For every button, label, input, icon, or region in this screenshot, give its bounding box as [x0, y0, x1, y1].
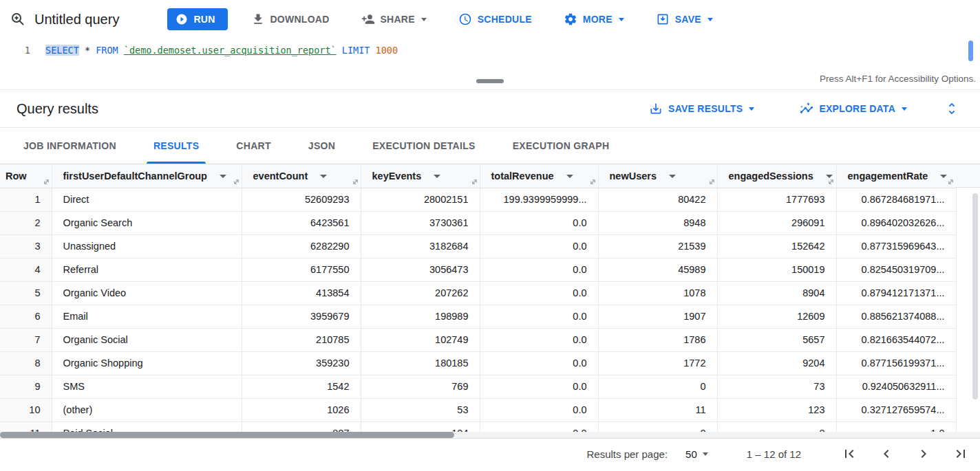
- table-cell: 1786: [598, 328, 717, 351]
- results-tab-bar: JOB INFORMATION RESULTS CHART JSON EXECU…: [0, 128, 980, 164]
- table-cell: Organic Search: [52, 211, 242, 234]
- table-cell: 3959679: [242, 305, 361, 328]
- save-icon: [656, 12, 670, 26]
- column-menu-icon[interactable]: [320, 175, 327, 178]
- results-table: Row firstUserDefaultChannelGroup eventCo…: [0, 164, 957, 438]
- sql-keyword-select: SELECT: [45, 45, 79, 56]
- column-header-newUsers[interactable]: newUsers: [598, 164, 717, 188]
- schedule-button[interactable]: SCHEDULE: [450, 7, 540, 32]
- panel-resize-strip: Press Alt+F1 for Accessibility Options.: [0, 72, 980, 90]
- tab-chart[interactable]: CHART: [229, 128, 278, 164]
- dropdown-arrow-icon: [749, 107, 754, 111]
- table-cell: 0.0: [480, 375, 598, 398]
- table-row: 7Organic Social2107851027490.0178656570.…: [0, 328, 956, 351]
- page-size-select[interactable]: 50: [685, 448, 708, 460]
- column-header-firstUserDefaultChannelGroup[interactable]: firstUserDefaultChannelGroup: [52, 164, 242, 188]
- column-menu-icon[interactable]: [220, 175, 226, 178]
- column-header-engagementRate[interactable]: engagementRate: [836, 164, 956, 188]
- table-cell: 1542: [242, 375, 361, 398]
- table-cell: 3730361: [361, 211, 480, 234]
- row-number-cell: 8: [0, 351, 52, 375]
- column-resize-icon[interactable]: [43, 178, 50, 186]
- download-button[interactable]: DOWNLOAD: [243, 7, 338, 32]
- next-page-button[interactable]: [915, 446, 932, 462]
- column-resize-icon[interactable]: [827, 178, 835, 186]
- dropdown-arrow-icon: [421, 18, 427, 21]
- save-alt-icon: [649, 102, 663, 116]
- column-resize-icon[interactable]: [589, 178, 597, 186]
- tab-job-information[interactable]: JOB INFORMATION: [17, 128, 123, 164]
- editor-scrollbar[interactable]: [968, 41, 973, 61]
- table-cell: 1777693: [717, 188, 836, 211]
- column-header-engagedSessions[interactable]: engagedSessions: [717, 164, 836, 188]
- table-cell: 1078: [598, 281, 717, 305]
- column-resize-icon[interactable]: [471, 178, 478, 186]
- run-button[interactable]: RUN: [167, 8, 227, 30]
- table-row: 6Email39596791989890.01907126090.8856213…: [0, 305, 956, 328]
- tab-json[interactable]: JSON: [301, 128, 342, 164]
- dropdown-arrow-icon: [902, 107, 907, 111]
- query-icon: [10, 11, 26, 28]
- column-header-keyEvents[interactable]: keyEvents: [361, 164, 480, 188]
- row-number-cell: 7: [0, 328, 52, 351]
- table-cell: 73: [717, 375, 836, 398]
- table-cell: SMS: [52, 375, 242, 398]
- tab-results[interactable]: RESULTS: [147, 128, 206, 164]
- table-cell: 0.877156199371...: [836, 351, 956, 375]
- table-row: 8Organic Shopping3592301801850.017729204…: [0, 351, 956, 375]
- column-menu-icon[interactable]: [669, 175, 676, 178]
- table-cell: 1026: [242, 398, 361, 421]
- table-cell: 3056473: [361, 258, 480, 281]
- column-header-row[interactable]: Row: [0, 164, 52, 188]
- sql-limit-value: 1000: [376, 45, 398, 56]
- table-cell: 3182684: [361, 234, 480, 258]
- column-menu-icon[interactable]: [434, 175, 440, 178]
- table-cell: 413854: [242, 281, 361, 305]
- download-icon: [251, 12, 265, 26]
- table-cell: 80422: [598, 188, 717, 211]
- table-cell: 0.0: [480, 234, 598, 258]
- table-cell: 102749: [361, 328, 480, 351]
- column-resize-icon[interactable]: [947, 178, 955, 186]
- column-menu-icon[interactable]: [566, 175, 573, 178]
- table-cell: 0: [598, 375, 717, 398]
- save-results-button[interactable]: SAVE RESULTS: [641, 96, 763, 121]
- vertical-scrollbar[interactable]: [972, 193, 978, 399]
- table-cell: Referral: [52, 258, 242, 281]
- first-page-button[interactable]: [841, 446, 858, 462]
- explore-data-button[interactable]: EXPLORE DATA: [791, 96, 915, 121]
- previous-page-button[interactable]: [878, 446, 895, 462]
- column-header-eventCount[interactable]: eventCount: [242, 164, 361, 188]
- share-button[interactable]: SHARE: [353, 7, 435, 32]
- row-number-cell: 3: [0, 234, 52, 258]
- tab-execution-graph[interactable]: EXECUTION GRAPH: [506, 128, 617, 164]
- sql-editor[interactable]: 1 SELECT*FROM`demo.demoset.user_acquisit…: [0, 39, 980, 72]
- horizontal-scrollbar-track[interactable]: [0, 432, 980, 438]
- tab-execution-details[interactable]: EXECUTION DETAILS: [365, 128, 482, 164]
- page-size-value: 50: [685, 448, 697, 460]
- table-cell: 45989: [598, 258, 717, 281]
- clock-icon: [458, 12, 472, 26]
- column-resize-icon[interactable]: [708, 178, 716, 186]
- table-cell: 8904: [717, 281, 836, 305]
- sql-table-reference-link[interactable]: `demo.demoset.user_acquisition_report`: [124, 45, 337, 56]
- sql-code-line[interactable]: SELECT*FROM`demo.demoset.user_acquisitio…: [45, 43, 398, 57]
- table-cell: 210785: [242, 328, 361, 351]
- table-cell: 0.0: [480, 258, 598, 281]
- save-button[interactable]: SAVE: [648, 7, 721, 32]
- expand-panel-button[interactable]: [944, 101, 959, 116]
- table-cell: 11: [598, 398, 717, 421]
- column-resize-icon[interactable]: [352, 178, 359, 186]
- table-cell: 0.821663544072...: [836, 328, 956, 351]
- table-cell: 9204: [717, 351, 836, 375]
- table-cell: 0.896402032626...: [836, 211, 956, 234]
- panel-drag-handle[interactable]: [476, 79, 504, 83]
- person-add-icon: [361, 12, 375, 26]
- column-resize-icon[interactable]: [233, 178, 240, 186]
- horizontal-scrollbar-thumb[interactable]: [0, 432, 454, 438]
- more-button[interactable]: MORE: [555, 7, 632, 32]
- table-cell: 0.885621374088...: [836, 305, 956, 328]
- table-cell: 0.0: [480, 351, 598, 375]
- last-page-button[interactable]: [952, 446, 969, 462]
- column-header-totalRevenue[interactable]: totalRevenue: [480, 164, 598, 188]
